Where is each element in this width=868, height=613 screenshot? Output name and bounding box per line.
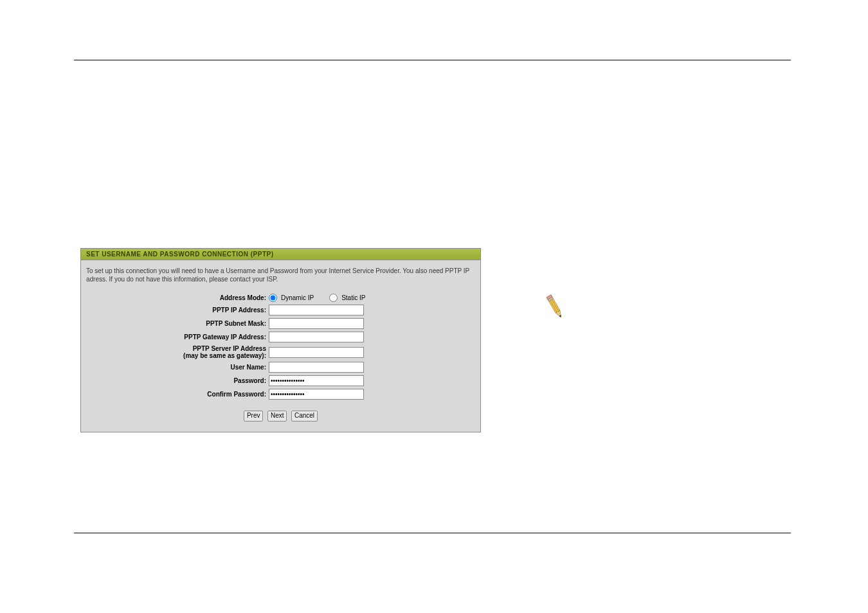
pptp-server-row: PPTP Server IP Address (may be same as g…	[86, 345, 475, 359]
next-button[interactable]: Next	[267, 411, 287, 422]
horizontal-rule-bottom	[74, 533, 791, 533]
panel-title: SET USERNAME AND PASSWORD CONNECTION (PP…	[81, 249, 480, 260]
static-ip-label: Static IP	[341, 294, 365, 301]
username-label: User Name:	[86, 364, 269, 371]
panel-body: To set up this connection you will need …	[81, 260, 480, 432]
password-row: Password:	[86, 375, 475, 386]
pptp-server-input[interactable]	[269, 347, 364, 358]
pptp-gateway-row: PPTP Gateway IP Address:	[86, 332, 475, 342]
button-row: Prev Next Cancel	[86, 409, 475, 422]
pptp-ip-row: PPTP IP Address:	[86, 305, 475, 315]
dynamic-ip-radio[interactable]	[269, 294, 277, 302]
pptp-server-label: PPTP Server IP Address (may be same as g…	[86, 345, 269, 359]
cancel-button[interactable]: Cancel	[291, 411, 318, 422]
pptp-gateway-input[interactable]	[269, 332, 364, 342]
pptp-config-panel: SET USERNAME AND PASSWORD CONNECTION (PP…	[80, 248, 481, 432]
password-input[interactable]	[269, 375, 364, 386]
horizontal-rule-top	[74, 60, 791, 60]
static-ip-radio[interactable]	[329, 294, 338, 302]
dynamic-ip-label: Dynamic IP	[281, 294, 314, 301]
pptp-subnet-input[interactable]	[269, 318, 364, 329]
confirm-password-row: Confirm Password:	[86, 389, 475, 400]
pptp-gateway-label: PPTP Gateway IP Address:	[86, 333, 269, 341]
panel-description: To set up this connection you will need …	[86, 267, 475, 283]
pptp-ip-label: PPTP IP Address:	[86, 306, 269, 314]
username-row: User Name:	[86, 362, 475, 373]
pptp-ip-input[interactable]	[269, 305, 364, 315]
confirm-password-label: Confirm Password:	[86, 391, 269, 398]
pencil-icon	[542, 291, 569, 327]
pptp-subnet-row: PPTP Subnet Mask:	[86, 318, 475, 329]
pptp-subnet-label: PPTP Subnet Mask:	[86, 320, 269, 327]
password-label: Password:	[86, 377, 269, 384]
address-mode-radio-group: Dynamic IP Static IP	[269, 294, 365, 302]
prev-button[interactable]: Prev	[244, 411, 264, 422]
address-mode-row: Address Mode: Dynamic IP Static IP	[86, 294, 475, 302]
confirm-password-input[interactable]	[269, 389, 364, 400]
address-mode-label: Address Mode:	[86, 294, 269, 301]
username-input[interactable]	[269, 362, 364, 373]
